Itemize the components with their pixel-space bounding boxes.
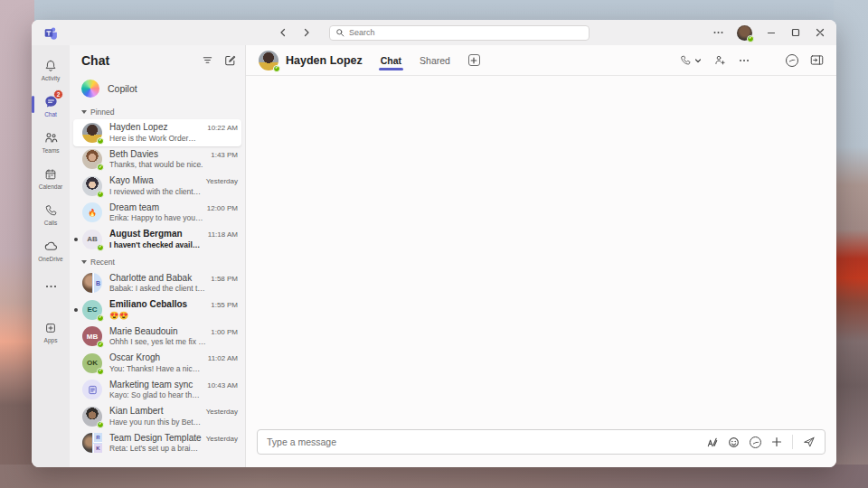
people-icon [43, 130, 59, 145]
sidebar-label-calendar: Calendar [39, 183, 62, 190]
copilot-compose-button[interactable] [750, 436, 761, 448]
ellipsis-icon [45, 285, 57, 288]
user-avatar[interactable] [737, 25, 752, 41]
minimize-button[interactable] [766, 27, 777, 38]
sidebar-label-chat: Chat [44, 111, 57, 117]
avatar [82, 176, 102, 196]
sidebar-label-activity: Activity [42, 75, 61, 81]
chat-row-dream-team[interactable]: 🔥 Dream team Erika: Happy to have you ba… [70, 200, 245, 227]
message-input-box[interactable] [257, 429, 826, 455]
add-people-button[interactable] [713, 53, 727, 67]
chat-row-kian-lambert[interactable]: Kian Lambert Have you run this by Beth? … [70, 403, 245, 430]
recent-section-header[interactable]: Recent [70, 255, 245, 270]
presence-available-badge [747, 35, 754, 42]
new-chat-icon[interactable] [224, 54, 236, 66]
copilot-icon [750, 436, 761, 448]
copilot-icon [786, 54, 798, 67]
avatar: OK [82, 353, 102, 373]
avatar: AB [82, 230, 102, 249]
message-area [246, 76, 836, 424]
copilot-logo-icon [81, 80, 99, 98]
sidebar-item-calls[interactable]: Calls [32, 196, 70, 232]
open-details-pane-button[interactable] [810, 54, 824, 66]
message-input[interactable] [267, 436, 696, 447]
bell-icon [43, 59, 58, 73]
desktop-wallpaper-left [0, 0, 34, 488]
chat-row-emiliano-ceballos[interactable]: EC Emiliano Ceballos 😍😍 1:55 PM [70, 296, 245, 324]
sidebar-item-chat[interactable]: 2 Chat [32, 88, 70, 124]
teams-logo-icon [43, 25, 59, 41]
search-input[interactable] [349, 28, 583, 37]
forward-button[interactable] [302, 27, 313, 38]
tab-shared[interactable]: Shared [418, 47, 452, 74]
presence-available-badge [97, 244, 104, 251]
chat-row-kayo-miwa[interactable]: Kayo Miwa I reviewed with the client on … [70, 173, 245, 200]
close-button[interactable] [815, 27, 826, 38]
fire-emoji: 🔥 [88, 209, 97, 217]
sidebar-item-apps[interactable]: Apps [32, 314, 70, 350]
chat-row-charlotte-and-babak[interactable]: B Charlotte and Babak Babak: I asked the… [70, 270, 245, 297]
sidebar-item-teams[interactable]: Teams [32, 124, 70, 160]
notes-icon [88, 385, 98, 395]
filter-icon[interactable] [202, 54, 213, 66]
titlebar-more-button[interactable] [712, 27, 723, 38]
sidebar-item-activity[interactable]: Activity [32, 52, 70, 88]
attach-button[interactable] [771, 436, 782, 447]
chat-list-title: Chat [81, 53, 202, 68]
desktop-wallpaper-bottom [0, 465, 868, 488]
presence-available-badge [97, 191, 104, 198]
cloud-icon [43, 239, 59, 254]
sidebar-label-teams: Teams [42, 147, 59, 154]
chat-list-pane: Chat Copilot [70, 45, 246, 467]
sidebar-item-calendar[interactable]: Calendar [32, 160, 70, 196]
sidebar-item-onedrive[interactable]: OneDrive [32, 232, 70, 268]
presence-available-badge [97, 164, 104, 171]
caret-down-icon [81, 110, 87, 114]
copilot-button[interactable] [786, 54, 798, 67]
format-button[interactable] [706, 436, 718, 448]
caret-down-icon [81, 260, 87, 264]
avatar: 🔥 [82, 202, 102, 222]
copilot-entry[interactable]: Copilot [70, 75, 245, 102]
chat-row-marie-beaudouin[interactable]: MB Marie Beaudouin Ohhh I see, yes let m… [70, 324, 245, 351]
avatar [82, 380, 102, 399]
presence-available-badge [97, 314, 104, 322]
chat-row-august-bergman[interactable]: AB August Bergman I haven't checked avai… [70, 226, 245, 253]
more-options-button[interactable] [739, 59, 750, 62]
maximize-button[interactable] [790, 27, 801, 38]
call-button[interactable] [679, 54, 702, 67]
app-rail: Activity 2 Chat Teams [32, 45, 70, 467]
chat-row-marketing-team-sync[interactable]: Marketing team sync Kayo: So glad to hea… [70, 377, 245, 404]
desktop-wallpaper-right [834, 0, 868, 488]
send-button[interactable] [803, 436, 816, 448]
back-button[interactable] [278, 27, 289, 38]
sidebar-item-more[interactable] [32, 268, 70, 305]
search-icon [335, 28, 344, 37]
emoji-button[interactable] [728, 436, 740, 448]
tab-chat[interactable]: Chat [379, 47, 403, 74]
presence-available-badge [97, 368, 104, 375]
search-bar[interactable] [329, 25, 590, 41]
calendar-icon [43, 167, 58, 182]
divider [792, 435, 793, 449]
add-tab-button[interactable] [468, 54, 480, 66]
conversation-title: Hayden Lopez [286, 54, 363, 67]
chat-row-hayden-lopez[interactable]: Hayden Lopez Here is the Work Order… 10:… [73, 119, 241, 146]
chat-row-beth-davies[interactable]: Beth Davies Thanks, that would be nice. … [70, 146, 245, 174]
chat-unread-badge: 2 [53, 89, 63, 99]
sidebar-label-apps: Apps [44, 337, 58, 343]
avatar: MB [82, 326, 102, 346]
avatar: EC [82, 300, 102, 320]
apps-icon [43, 321, 58, 335]
sidebar-label-onedrive: OneDrive [38, 256, 62, 262]
conversation-avatar[interactable] [259, 51, 278, 70]
copilot-label: Copilot [108, 83, 137, 94]
presence-available-badge [97, 421, 104, 428]
conversation-header: Hayden Lopez Chat Shared [246, 45, 836, 76]
avatar [82, 407, 102, 427]
chat-row-oscar-krogh[interactable]: OK Oscar Krogh You: Thanks! Have a nice … [70, 350, 245, 377]
pinned-section-header[interactable]: Pinned [70, 104, 245, 119]
chat-row-team-design-template[interactable]: R K Team Design Template Reta: Let's set… [70, 430, 245, 457]
presence-available-badge [273, 65, 280, 72]
phone-icon [43, 203, 58, 218]
